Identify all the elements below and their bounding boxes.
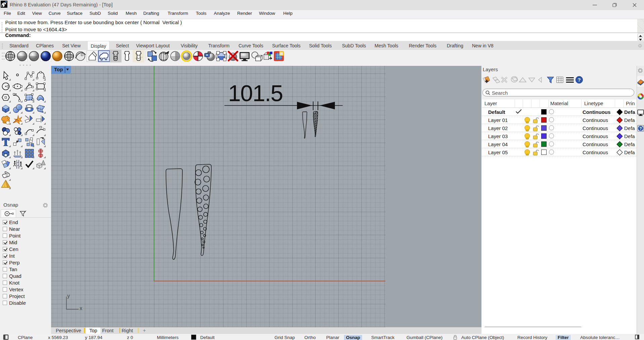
svg-text:8: 8 [5, 1, 7, 3]
svg-text:?: ? [577, 77, 581, 83]
svg-text:?: ? [639, 126, 642, 131]
svg-text:y: y [67, 293, 70, 299]
svg-text:101.5: 101.5 [228, 80, 283, 106]
svg-text:x: x [80, 305, 82, 311]
